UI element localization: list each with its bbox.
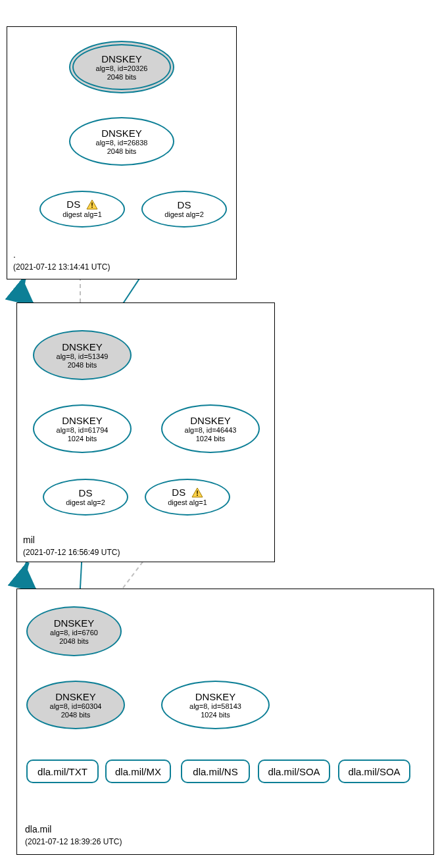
node-sub: digest alg=2 [66,498,105,508]
zone-name-root: . [13,249,110,262]
cluster-mil-label: mil (2021-07-12 16:56:49 UTC) [23,534,120,558]
node-sub: digest alg=1 [62,210,102,220]
svg-rect-2 [91,206,93,208]
node-title: DNSKEY [190,415,231,426]
warning-icon [191,487,203,498]
node-root-ksk: DNSKEY alg=8, id=20326 2048 bits [69,41,174,93]
rr-label: dla.mil/SOA [348,766,400,777]
node-title: DS [66,199,80,210]
node-root-ds2: DS digest alg=2 [141,191,227,228]
zone-name-dla: dla.mil [25,823,122,836]
rr-soa2: dla.mil/SOA [338,760,410,783]
node-title: DNSKEY [54,617,95,629]
node-sub: digest alg=1 [168,498,207,508]
node-sub: alg=8, id=61794 [57,426,109,435]
rr-label: dla.mil/NS [193,766,237,777]
node-mil-ksk: DNSKEY alg=8, id=51349 2048 bits [33,330,132,380]
node-title: DNSKEY [55,691,96,702]
node-title: DNSKEY [62,415,103,426]
rr-label: dla.mil/MX [115,766,161,777]
node-sub: alg=8, id=60304 [50,702,102,711]
node-root-ds1: DS digest alg=1 [39,191,125,228]
node-title: DNSKEY [101,53,142,64]
cluster-dla-label: dla.mil (2021-07-12 18:39:26 UTC) [25,823,122,847]
rr-txt: dla.mil/TXT [26,760,99,783]
zone-ts-root: (2021-07-12 13:14:41 UTC) [13,262,110,273]
node-title: DS [79,487,93,498]
rr-ns: dla.mil/NS [181,760,250,783]
svg-rect-4 [197,491,198,494]
node-sub2: 2048 bits [107,147,137,155]
node-sub: digest alg=2 [164,210,204,220]
node-dla-zsk: DNSKEY alg=8, id=58143 1024 bits [161,681,270,729]
rr-soa1: dla.mil/SOA [258,760,330,783]
rr-mx: dla.mil/MX [105,760,171,783]
node-sub2: 1024 bits [196,435,226,443]
dnssec-diagram: . (2021-07-12 13:14:41 UTC) DNSKEY alg=8… [0,0,440,868]
node-title: DNSKEY [195,691,236,702]
node-sub: alg=8, id=58143 [189,702,241,711]
node-sub2: 2048 bits [107,73,137,81]
node-title: DNSKEY [62,341,103,352]
node-sub2: 2048 bits [59,637,89,645]
node-mil-zsk: DNSKEY alg=8, id=61794 1024 bits [33,404,132,453]
node-sub: alg=8, id=6760 [50,629,98,638]
node-mil-ds2: DS digest alg=2 [43,479,128,516]
svg-rect-5 [197,494,198,496]
node-sub: alg=8, id=26838 [96,139,148,148]
node-sub2: 2048 bits [68,361,97,369]
zone-ts-dla: (2021-07-12 18:39:26 UTC) [25,836,122,848]
node-sub2: 2048 bits [61,711,91,719]
cluster-root-label: . (2021-07-12 13:14:41 UTC) [13,249,110,272]
node-sub: alg=8, id=46443 [185,426,237,435]
zone-ts-mil: (2021-07-12 16:56:49 UTC) [23,547,120,558]
node-dla-ksk: DNSKEY alg=8, id=6760 2048 bits [26,606,122,656]
node-sub2: 1024 bits [201,711,230,719]
node-mil-ds1: DS digest alg=1 [145,479,230,516]
rr-label: dla.mil/TXT [37,766,87,777]
node-sub: alg=8, id=51349 [57,352,109,362]
zone-name-mil: mil [23,534,120,547]
node-sub2: 1024 bits [68,435,97,443]
rr-label: dla.mil/SOA [268,766,320,777]
node-mil-zsk2: DNSKEY alg=8, id=46443 1024 bits [161,404,260,453]
node-root-zsk: DNSKEY alg=8, id=26838 2048 bits [69,117,174,166]
node-sub: alg=8, id=20326 [96,64,148,74]
node-title: DS [178,199,191,210]
svg-rect-1 [91,203,93,206]
node-title: DS [172,487,185,498]
warning-icon [86,199,98,210]
node-title: DNSKEY [101,128,142,139]
node-dla-zsk2: DNSKEY alg=8, id=60304 2048 bits [26,681,125,729]
